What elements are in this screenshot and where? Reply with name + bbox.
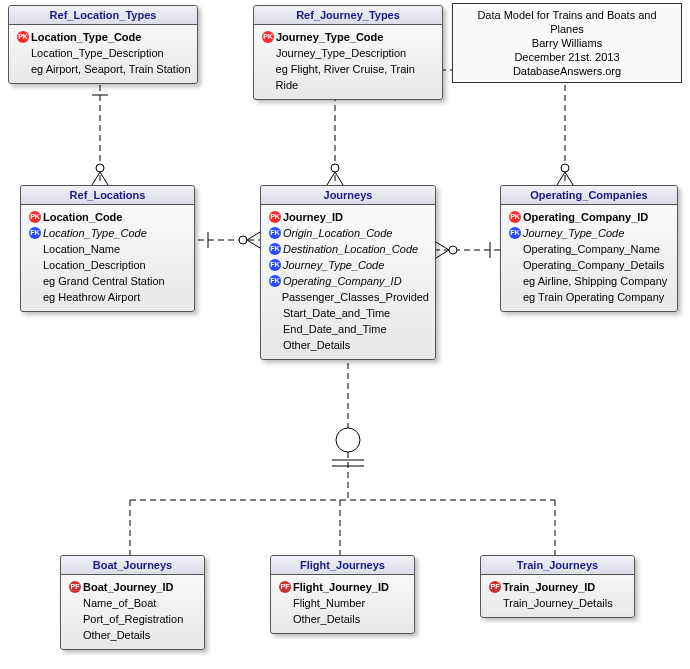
- note-line: Barry Williams: [461, 36, 673, 50]
- attribute-text: Journey_Type_Code: [523, 225, 624, 241]
- entity-title: Flight_Journeys: [271, 556, 414, 575]
- attribute-row: Location_Description: [27, 257, 188, 273]
- entity-train-journeys: Train_Journeys PFTrain_Journey_IDTrain_J…: [480, 555, 635, 618]
- note-line: Data Model for Trains and Boats and Plan…: [461, 8, 673, 36]
- entity-body: PKOperating_Company_IDFKJourney_Type_Cod…: [501, 205, 677, 311]
- entity-body: PKLocation_CodeFKLocation_Type_CodeLocat…: [21, 205, 194, 311]
- attribute-row: Other_Details: [277, 611, 408, 627]
- entity-ref-location-types: Ref_Location_Types PKLocation_Type_CodeL…: [8, 5, 198, 84]
- key-icon-slot: PK: [15, 31, 31, 43]
- attribute-row: eg Heathrow Airport: [27, 289, 188, 305]
- attribute-row: eg Flight, River Cruise, Train Ride: [260, 61, 436, 93]
- svg-point-5: [331, 164, 339, 172]
- primary-key-icon: PK: [262, 31, 274, 43]
- key-icon-slot: PF: [277, 581, 293, 593]
- attribute-text: Start_Date_and_Time: [283, 305, 390, 321]
- attribute-row: eg Grand Central Station: [27, 273, 188, 289]
- foreign-key-icon: FK: [269, 227, 281, 239]
- primary-key-icon: PK: [17, 31, 29, 43]
- attribute-row: eg Train Operating Company: [507, 289, 671, 305]
- svg-point-13: [449, 246, 457, 254]
- attribute-text: eg Heathrow Airport: [43, 289, 140, 305]
- attribute-text: Name_of_Boat: [83, 595, 156, 611]
- svg-point-2: [96, 164, 104, 172]
- key-icon-slot: PF: [67, 581, 83, 593]
- entity-title: Operating_Companies: [501, 186, 677, 205]
- attribute-row: Other_Details: [67, 627, 198, 643]
- attribute-text: Boat_Journey_ID: [83, 579, 173, 595]
- attribute-text: Location_Name: [43, 241, 120, 257]
- entity-title: Ref_Locations: [21, 186, 194, 205]
- attribute-row: FKOperating_Company_ID: [267, 273, 429, 289]
- pf-key-icon: PF: [489, 581, 501, 593]
- entity-flight-journeys: Flight_Journeys PFFlight_Journey_IDFligh…: [270, 555, 415, 634]
- entity-body: PFFlight_Journey_IDFlight_NumberOther_De…: [271, 575, 414, 633]
- attribute-text: eg Flight, River Cruise, Train Ride: [276, 61, 436, 93]
- entity-title: Journeys: [261, 186, 435, 205]
- attribute-text: Location_Type_Code: [43, 225, 147, 241]
- attribute-text: Origin_Location_Code: [283, 225, 392, 241]
- attribute-text: Operating_Company_ID: [523, 209, 648, 225]
- entity-journeys: Journeys PKJourney_IDFKOrigin_Location_C…: [260, 185, 436, 360]
- attribute-text: eg Grand Central Station: [43, 273, 165, 289]
- attribute-text: Journey_Type_Code: [283, 257, 384, 273]
- attribute-row: Location_Type_Description: [15, 45, 191, 61]
- attribute-text: Other_Details: [293, 611, 360, 627]
- attribute-row: eg Airline, Shipping Company: [507, 273, 671, 289]
- attribute-text: Operating_Company_ID: [283, 273, 402, 289]
- attribute-text: Passenger_Classes_Provided: [282, 289, 429, 305]
- attribute-row: Operating_Company_Name: [507, 241, 671, 257]
- entity-title: Ref_Journey_Types: [254, 6, 442, 25]
- attribute-text: eg Train Operating Company: [523, 289, 664, 305]
- key-icon-slot: FK: [507, 227, 523, 239]
- key-icon-slot: FK: [267, 227, 283, 239]
- entity-body: PKJourney_Type_CodeJourney_Type_Descript…: [254, 25, 442, 99]
- attribute-text: Other_Details: [83, 627, 150, 643]
- attribute-text: Operating_Company_Details: [523, 257, 664, 273]
- foreign-key-icon: FK: [269, 275, 281, 287]
- attribute-text: End_Date_and_Time: [283, 321, 387, 337]
- attribute-text: Flight_Number: [293, 595, 365, 611]
- key-icon-slot: FK: [267, 259, 283, 271]
- attribute-text: Port_of_Registration: [83, 611, 183, 627]
- svg-point-10: [239, 236, 247, 244]
- attribute-text: Journey_Type_Description: [276, 45, 406, 61]
- attribute-row: Name_of_Boat: [67, 595, 198, 611]
- primary-key-icon: PK: [29, 211, 41, 223]
- entity-body: PFTrain_Journey_IDTrain_Journey_Details: [481, 575, 634, 617]
- attribute-text: Flight_Journey_ID: [293, 579, 389, 595]
- attribute-row: FKJourney_Type_Code: [507, 225, 671, 241]
- attribute-row: PFTrain_Journey_ID: [487, 579, 628, 595]
- entity-title: Train_Journeys: [481, 556, 634, 575]
- attribute-row: Flight_Number: [277, 595, 408, 611]
- diagram-note: Data Model for Trains and Boats and Plan…: [452, 3, 682, 83]
- attribute-row: FKJourney_Type_Code: [267, 257, 429, 273]
- attribute-text: Journey_ID: [283, 209, 343, 225]
- attribute-row: Operating_Company_Details: [507, 257, 671, 273]
- attribute-row: Train_Journey_Details: [487, 595, 628, 611]
- attribute-row: Location_Name: [27, 241, 188, 257]
- attribute-row: eg Airport, Seaport, Train Station: [15, 61, 191, 77]
- attribute-row: PKOperating_Company_ID: [507, 209, 671, 225]
- key-icon-slot: PK: [507, 211, 523, 223]
- key-icon-slot: FK: [267, 243, 283, 255]
- attribute-text: Operating_Company_Name: [523, 241, 660, 257]
- attribute-text: Destination_Location_Code: [283, 241, 418, 257]
- entity-body: PKJourney_IDFKOrigin_Location_CodeFKDest…: [261, 205, 435, 359]
- note-line: DatabaseAnswers.org: [461, 64, 673, 78]
- attribute-text: Location_Type_Code: [31, 29, 141, 45]
- attribute-text: eg Airport, Seaport, Train Station: [31, 61, 191, 77]
- entity-body: PFBoat_Journey_IDName_of_BoatPort_of_Reg…: [61, 575, 204, 649]
- key-icon-slot: PF: [487, 581, 503, 593]
- entity-title: Ref_Location_Types: [9, 6, 197, 25]
- svg-point-7: [561, 164, 569, 172]
- primary-key-icon: PK: [509, 211, 521, 223]
- attribute-row: PFFlight_Journey_ID: [277, 579, 408, 595]
- key-icon-slot: PK: [27, 211, 43, 223]
- attribute-text: Train_Journey_Details: [503, 595, 613, 611]
- attribute-text: Journey_Type_Code: [276, 29, 383, 45]
- attribute-row: PKLocation_Type_Code: [15, 29, 191, 45]
- entity-ref-locations: Ref_Locations PKLocation_CodeFKLocation_…: [20, 185, 195, 312]
- entity-title: Boat_Journeys: [61, 556, 204, 575]
- foreign-key-icon: FK: [269, 243, 281, 255]
